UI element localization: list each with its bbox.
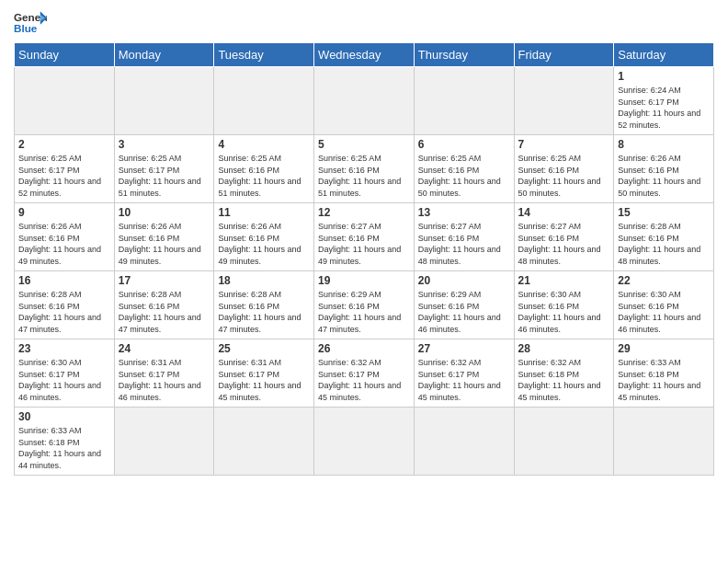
logo-icon: General Blue — [14, 9, 47, 35]
day-cell: 11Sunrise: 6:26 AM Sunset: 6:16 PM Dayli… — [214, 203, 314, 271]
day-cell — [514, 408, 614, 476]
day-cell — [314, 408, 415, 476]
day-info: Sunrise: 6:25 AM Sunset: 6:17 PM Dayligh… — [119, 153, 210, 199]
day-info: Sunrise: 6:26 AM Sunset: 6:16 PM Dayligh… — [618, 153, 710, 199]
day-info: Sunrise: 6:25 AM Sunset: 6:16 PM Dayligh… — [318, 153, 410, 199]
day-number: 10 — [119, 206, 210, 219]
day-cell: 24Sunrise: 6:31 AM Sunset: 6:17 PM Dayli… — [114, 339, 214, 408]
day-number: 30 — [18, 410, 110, 423]
day-number: 3 — [119, 138, 210, 151]
day-cell: 29Sunrise: 6:33 AM Sunset: 6:18 PM Dayli… — [614, 339, 714, 408]
day-number: 20 — [418, 274, 510, 287]
week-row-2: 2Sunrise: 6:25 AM Sunset: 6:17 PM Daylig… — [15, 135, 714, 203]
day-info: Sunrise: 6:33 AM Sunset: 6:18 PM Dayligh… — [618, 357, 710, 403]
day-info: Sunrise: 6:32 AM Sunset: 6:17 PM Dayligh… — [418, 357, 510, 403]
day-number: 2 — [18, 138, 110, 151]
day-number: 28 — [518, 342, 610, 355]
weekday-header-row: SundayMondayTuesdayWednesdayThursdayFrid… — [15, 43, 714, 67]
weekday-header-monday: Monday — [114, 43, 214, 67]
day-info: Sunrise: 6:31 AM Sunset: 6:17 PM Dayligh… — [119, 357, 210, 403]
day-number: 16 — [18, 274, 110, 287]
day-cell: 22Sunrise: 6:30 AM Sunset: 6:16 PM Dayli… — [614, 271, 714, 339]
day-info: Sunrise: 6:25 AM Sunset: 6:16 PM Dayligh… — [418, 153, 510, 199]
day-cell: 2Sunrise: 6:25 AM Sunset: 6:17 PM Daylig… — [15, 135, 115, 203]
day-cell — [314, 67, 415, 135]
day-cell: 5Sunrise: 6:25 AM Sunset: 6:16 PM Daylig… — [314, 135, 415, 203]
day-number: 8 — [618, 138, 710, 151]
day-number: 13 — [418, 206, 510, 219]
day-number: 11 — [218, 206, 310, 219]
day-number: 17 — [119, 274, 210, 287]
calendar-table: SundayMondayTuesdayWednesdayThursdayFrid… — [14, 42, 714, 476]
day-cell: 19Sunrise: 6:29 AM Sunset: 6:16 PM Dayli… — [314, 271, 415, 339]
day-cell: 1Sunrise: 6:24 AM Sunset: 6:17 PM Daylig… — [614, 67, 714, 135]
day-cell — [414, 67, 514, 135]
day-number: 5 — [318, 138, 410, 151]
day-number: 7 — [518, 138, 610, 151]
day-cell — [514, 67, 614, 135]
weekday-header-tuesday: Tuesday — [214, 43, 314, 67]
day-info: Sunrise: 6:26 AM Sunset: 6:16 PM Dayligh… — [218, 221, 310, 267]
week-row-3: 9Sunrise: 6:26 AM Sunset: 6:16 PM Daylig… — [15, 203, 714, 271]
week-row-4: 16Sunrise: 6:28 AM Sunset: 6:16 PM Dayli… — [15, 271, 714, 339]
day-info: Sunrise: 6:30 AM Sunset: 6:17 PM Dayligh… — [18, 357, 110, 403]
day-info: Sunrise: 6:24 AM Sunset: 6:17 PM Dayligh… — [618, 85, 710, 131]
day-number: 26 — [318, 342, 410, 355]
day-info: Sunrise: 6:27 AM Sunset: 6:16 PM Dayligh… — [318, 221, 410, 267]
page-container: General Blue SundayMondayTuesdayWednesda… — [0, 0, 728, 480]
day-info: Sunrise: 6:29 AM Sunset: 6:16 PM Dayligh… — [318, 289, 410, 335]
day-info: Sunrise: 6:32 AM Sunset: 6:18 PM Dayligh… — [518, 357, 610, 403]
day-cell — [214, 67, 314, 135]
day-cell: 21Sunrise: 6:30 AM Sunset: 6:16 PM Dayli… — [514, 271, 614, 339]
day-number: 27 — [418, 342, 510, 355]
day-info: Sunrise: 6:28 AM Sunset: 6:16 PM Dayligh… — [618, 221, 710, 267]
day-info: Sunrise: 6:25 AM Sunset: 6:16 PM Dayligh… — [518, 153, 610, 199]
day-info: Sunrise: 6:25 AM Sunset: 6:16 PM Dayligh… — [218, 153, 310, 199]
day-cell: 20Sunrise: 6:29 AM Sunset: 6:16 PM Dayli… — [414, 271, 514, 339]
day-info: Sunrise: 6:30 AM Sunset: 6:16 PM Dayligh… — [518, 289, 610, 335]
day-info: Sunrise: 6:32 AM Sunset: 6:17 PM Dayligh… — [318, 357, 410, 403]
week-row-1: 1Sunrise: 6:24 AM Sunset: 6:17 PM Daylig… — [15, 67, 714, 135]
day-cell: 14Sunrise: 6:27 AM Sunset: 6:16 PM Dayli… — [514, 203, 614, 271]
day-info: Sunrise: 6:33 AM Sunset: 6:18 PM Dayligh… — [18, 425, 110, 471]
day-cell — [414, 408, 514, 476]
weekday-header-sunday: Sunday — [15, 43, 115, 67]
day-cell: 7Sunrise: 6:25 AM Sunset: 6:16 PM Daylig… — [514, 135, 614, 203]
weekday-header-friday: Friday — [514, 43, 614, 67]
day-cell: 17Sunrise: 6:28 AM Sunset: 6:16 PM Dayli… — [114, 271, 214, 339]
weekday-header-thursday: Thursday — [414, 43, 514, 67]
day-info: Sunrise: 6:30 AM Sunset: 6:16 PM Dayligh… — [618, 289, 710, 335]
day-cell — [15, 67, 115, 135]
logo: General Blue — [14, 9, 47, 35]
day-cell: 13Sunrise: 6:27 AM Sunset: 6:16 PM Dayli… — [414, 203, 514, 271]
day-number: 4 — [218, 138, 310, 151]
day-number: 21 — [518, 274, 610, 287]
header: General Blue — [14, 9, 714, 35]
day-number: 29 — [618, 342, 710, 355]
day-cell: 18Sunrise: 6:28 AM Sunset: 6:16 PM Dayli… — [214, 271, 314, 339]
day-info: Sunrise: 6:28 AM Sunset: 6:16 PM Dayligh… — [18, 289, 110, 335]
week-row-6: 30Sunrise: 6:33 AM Sunset: 6:18 PM Dayli… — [15, 408, 714, 476]
day-info: Sunrise: 6:28 AM Sunset: 6:16 PM Dayligh… — [218, 289, 310, 335]
day-info: Sunrise: 6:27 AM Sunset: 6:16 PM Dayligh… — [518, 221, 610, 267]
day-number: 24 — [119, 342, 210, 355]
day-info: Sunrise: 6:31 AM Sunset: 6:17 PM Dayligh… — [218, 357, 310, 403]
day-cell: 25Sunrise: 6:31 AM Sunset: 6:17 PM Dayli… — [214, 339, 314, 408]
day-cell — [614, 408, 714, 476]
day-cell: 26Sunrise: 6:32 AM Sunset: 6:17 PM Dayli… — [314, 339, 415, 408]
day-cell: 4Sunrise: 6:25 AM Sunset: 6:16 PM Daylig… — [214, 135, 314, 203]
day-cell: 16Sunrise: 6:28 AM Sunset: 6:16 PM Dayli… — [15, 271, 115, 339]
day-number: 23 — [18, 342, 110, 355]
day-number: 15 — [618, 206, 710, 219]
day-cell: 6Sunrise: 6:25 AM Sunset: 6:16 PM Daylig… — [414, 135, 514, 203]
day-cell — [214, 408, 314, 476]
day-number: 22 — [618, 274, 710, 287]
day-cell: 27Sunrise: 6:32 AM Sunset: 6:17 PM Dayli… — [414, 339, 514, 408]
day-cell: 3Sunrise: 6:25 AM Sunset: 6:17 PM Daylig… — [114, 135, 214, 203]
day-cell — [114, 408, 214, 476]
day-info: Sunrise: 6:26 AM Sunset: 6:16 PM Dayligh… — [18, 221, 110, 267]
day-cell: 10Sunrise: 6:26 AM Sunset: 6:16 PM Dayli… — [114, 203, 214, 271]
weekday-header-saturday: Saturday — [614, 43, 714, 67]
day-info: Sunrise: 6:26 AM Sunset: 6:16 PM Dayligh… — [119, 221, 210, 267]
day-number: 1 — [618, 70, 710, 83]
